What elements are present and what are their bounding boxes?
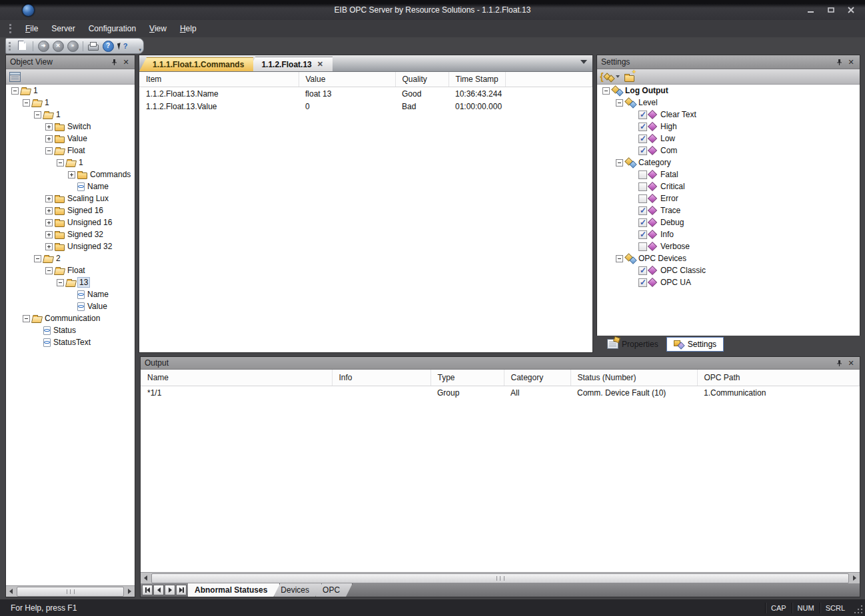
checkbox-unchecked[interactable]: [638, 182, 647, 191]
minimize-button[interactable]: [804, 5, 818, 15]
expand-icon[interactable]: [45, 135, 53, 143]
tree-item[interactable]: Level: [597, 97, 860, 109]
tree-option[interactable]: OPC Classic: [597, 264, 860, 276]
collapse-icon[interactable]: [57, 159, 64, 166]
checkbox-checked[interactable]: [638, 230, 647, 239]
tree-item[interactable]: 1: [6, 97, 135, 109]
expand-icon[interactable]: [45, 195, 53, 202]
table-row[interactable]: 1.1.2.Float.13.Name float 13 Good 10:36:…: [139, 87, 592, 101]
tree-item[interactable]: 1: [6, 85, 135, 97]
expand-icon[interactable]: [68, 171, 75, 178]
context-help-button[interactable]: ?: [117, 40, 129, 52]
column-item[interactable]: Item: [139, 72, 299, 87]
checkbox-unchecked[interactable]: [638, 170, 647, 179]
tree-item[interactable]: Float: [6, 264, 135, 276]
menu-view[interactable]: View: [143, 21, 173, 36]
tree-option[interactable]: Com: [597, 145, 860, 156]
expand-icon[interactable]: [45, 231, 53, 238]
log-profile-button[interactable]: {: [600, 71, 620, 83]
tab-opc[interactable]: OPC: [316, 583, 353, 597]
collapse-icon[interactable]: [34, 111, 41, 119]
scroll-left-icon[interactable]: [141, 573, 151, 583]
collapse-icon[interactable]: [23, 99, 30, 107]
tab-abnormal-statuses[interactable]: Abnormal Statuses: [188, 583, 280, 597]
scroll-right-icon[interactable]: [850, 573, 860, 583]
tree-item[interactable]: Float: [6, 145, 135, 156]
tree-item[interactable]: Scaling Lux: [6, 192, 135, 204]
tree-item[interactable]: Signed 16: [6, 204, 135, 216]
scrollbar-thumb[interactable]: [151, 573, 849, 583]
output-hscrollbar[interactable]: [141, 572, 860, 583]
tree-option[interactable]: Trace: [597, 204, 860, 216]
tab-devices[interactable]: Devices: [274, 583, 322, 597]
column-opc-path[interactable]: OPC Path: [697, 370, 860, 386]
checkbox-checked[interactable]: [638, 135, 647, 143]
expand-icon[interactable]: [45, 243, 53, 250]
scrollbar-thumb[interactable]: [17, 587, 124, 597]
collapse-icon[interactable]: [34, 255, 41, 262]
collapse-icon[interactable]: [602, 87, 610, 95]
checkbox-checked[interactable]: [638, 218, 647, 227]
pin-icon[interactable]: [109, 57, 119, 67]
tree-item[interactable]: Name: [6, 180, 135, 192]
menu-server[interactable]: Server: [45, 21, 81, 36]
expand-icon[interactable]: [45, 207, 53, 214]
object-view-hscrollbar[interactable]: [6, 585, 135, 597]
menu-help[interactable]: Help: [173, 21, 203, 36]
first-tab-icon[interactable]: [142, 585, 153, 595]
expand-icon[interactable]: [45, 123, 53, 131]
go-button[interactable]: ➜: [37, 40, 49, 52]
tree-item[interactable]: 1: [6, 156, 135, 168]
checkbox-checked[interactable]: [638, 278, 647, 287]
toolbar-overflow-icon[interactable]: ▾: [139, 47, 141, 53]
checkbox-checked[interactable]: [638, 206, 647, 215]
column-category[interactable]: Category: [504, 370, 570, 386]
scroll-right-icon[interactable]: [125, 587, 135, 597]
tree-item[interactable]: Communication: [6, 312, 135, 324]
scroll-left-icon[interactable]: [6, 587, 16, 597]
new-document-button[interactable]: [17, 40, 29, 52]
print-button[interactable]: [87, 40, 99, 52]
close-panel-icon[interactable]: ✕: [846, 57, 856, 67]
tree-option[interactable]: Info: [597, 228, 860, 240]
tab-settings[interactable]: Settings: [666, 337, 724, 352]
tree-item[interactable]: Switch: [6, 121, 135, 133]
column-status-number[interactable]: Status (Number): [570, 370, 697, 386]
tree-option[interactable]: Verbose: [597, 240, 860, 252]
collapse-icon[interactable]: [23, 315, 30, 322]
tree-option[interactable]: Error: [597, 192, 860, 204]
toolbar-grip[interactable]: [9, 42, 13, 51]
close-button[interactable]: [844, 5, 858, 15]
tree-option[interactable]: Fatal: [597, 168, 860, 180]
output-row[interactable]: *1/1 Group All Comm. Device Fault (10) 1…: [141, 386, 860, 400]
checkbox-checked[interactable]: [638, 111, 647, 119]
document-tab-float13[interactable]: 1.1.2.Float.13 ✕: [248, 57, 333, 71]
expand-icon[interactable]: [45, 219, 53, 226]
tree-item[interactable]: Category: [597, 156, 860, 168]
menu-file[interactable]: File: [19, 21, 45, 36]
pin-icon[interactable]: [834, 358, 844, 368]
collapse-icon[interactable]: [45, 267, 53, 274]
tree-option[interactable]: Debug: [597, 216, 860, 228]
column-timestamp[interactable]: Time Stamp: [448, 72, 505, 87]
tree-option[interactable]: Low: [597, 133, 860, 145]
resize-grip[interactable]: [853, 604, 864, 615]
menu-configuration[interactable]: Configuration: [82, 21, 143, 36]
collapse-icon[interactable]: [616, 99, 623, 107]
tree-item-selected[interactable]: 13: [6, 276, 135, 288]
tree-option[interactable]: Critical: [597, 180, 860, 192]
prev-tab-icon[interactable]: [153, 585, 164, 595]
tree-item[interactable]: Log Output: [597, 85, 860, 97]
collapse-icon[interactable]: [45, 147, 53, 154]
list-view-button[interactable]: [9, 71, 21, 83]
tree-item[interactable]: 2: [6, 252, 135, 264]
tree-item[interactable]: Unsigned 16: [6, 216, 135, 228]
column-value[interactable]: Value: [299, 72, 395, 87]
tree-item[interactable]: Name: [6, 288, 135, 300]
tree-item[interactable]: 1: [6, 109, 135, 121]
tab-properties[interactable]: Properties: [600, 337, 665, 351]
column-info[interactable]: Info: [332, 370, 431, 386]
tree-item[interactable]: Status: [6, 324, 135, 336]
tree-option[interactable]: OPC UA: [597, 276, 860, 288]
checkbox-checked[interactable]: [638, 123, 647, 131]
